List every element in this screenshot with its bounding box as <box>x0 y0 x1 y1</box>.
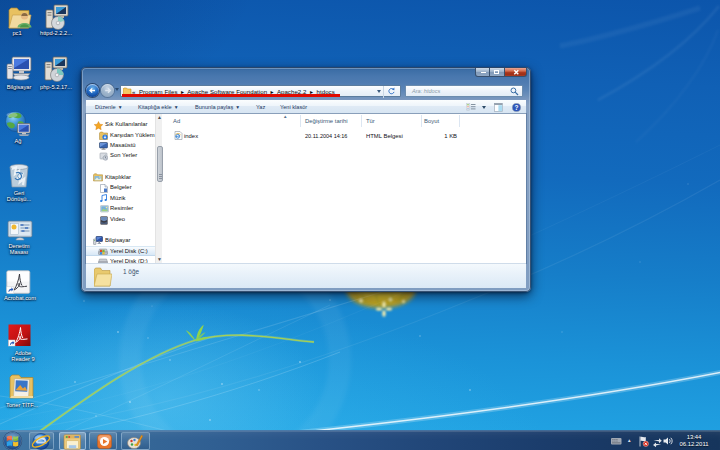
svg-text:?: ? <box>515 103 519 110</box>
